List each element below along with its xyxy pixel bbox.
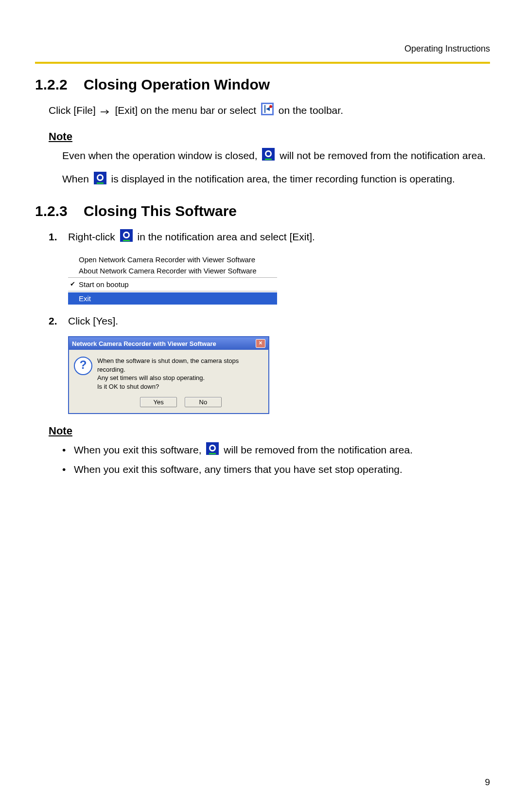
section-123-heading: 1.2.3Closing This Software xyxy=(35,203,490,219)
bullet-1: • When you exit this software, will be r… xyxy=(62,442,490,459)
section-122-heading: 1.2.2Closing Operation Window xyxy=(35,76,490,93)
confirm-dialog-figure: Network Camera Recorder with Viewer Soft… xyxy=(68,336,490,414)
step-2-num: 2. xyxy=(49,313,68,329)
bullet-icon: • xyxy=(62,462,74,477)
ctx-item-exit[interactable]: Exit xyxy=(68,292,277,305)
sect122-note2: When is displayed in the notification ar… xyxy=(62,171,490,188)
page-number: 9 xyxy=(485,777,490,788)
header-label: Operating Instructions xyxy=(35,44,490,54)
ctx-item-open[interactable]: Open Network Camera Recorder with Viewer… xyxy=(68,254,277,265)
sect122-instruction: Click [File] [Exit] on the menu bar or s… xyxy=(49,103,490,120)
close-icon[interactable]: × xyxy=(256,339,265,348)
svg-point-4 xyxy=(269,105,272,108)
bullet-icon: • xyxy=(62,442,74,459)
ctx-separator xyxy=(68,277,277,278)
step-1: 1. Right-click in the notification area … xyxy=(35,229,490,246)
section-123-num: 1.2.3 xyxy=(35,203,84,219)
step-1-num: 1. xyxy=(49,229,68,246)
tray-camera-icon xyxy=(94,172,106,189)
tray-camera-icon xyxy=(206,442,219,459)
svg-rect-3 xyxy=(264,105,265,113)
tray-camera-icon xyxy=(120,229,133,246)
yes-button[interactable]: Yes xyxy=(140,397,177,407)
dialog-title-text: Network Camera Recorder with Viewer Soft… xyxy=(72,340,216,347)
section-123-title: Closing This Software xyxy=(84,203,237,219)
svg-point-11 xyxy=(98,176,102,180)
ctx-separator xyxy=(68,291,277,291)
svg-rect-12 xyxy=(97,182,104,184)
section-122-num: 1.2.2 xyxy=(35,76,84,93)
svg-rect-8 xyxy=(265,159,272,160)
step-2: 2. Click [Yes]. xyxy=(35,313,490,329)
note-heading-122: Note xyxy=(49,130,490,143)
exit-toolbar-icon xyxy=(261,103,274,120)
top-rule xyxy=(35,62,490,64)
tray-camera-icon xyxy=(262,148,275,165)
bullet-2: • When you exit this software, any timer… xyxy=(62,462,490,477)
svg-point-7 xyxy=(266,152,270,156)
dialog-titlebar: Network Camera Recorder with Viewer Soft… xyxy=(69,337,268,350)
sect122-note1: Even when the operation window is closed… xyxy=(62,148,490,165)
section-122-title: Closing Operation Window xyxy=(84,76,270,92)
svg-point-19 xyxy=(210,446,214,450)
context-menu-figure: Open Network Camera Recorder with Viewer… xyxy=(68,254,490,305)
question-icon: ? xyxy=(74,357,92,375)
svg-rect-20 xyxy=(209,453,216,454)
svg-rect-16 xyxy=(123,240,130,241)
no-button[interactable]: No xyxy=(185,397,222,407)
svg-point-15 xyxy=(124,233,128,237)
ctx-item-about[interactable]: About Network Camera Recorder with Viewe… xyxy=(68,265,277,276)
dialog-message: When the software is shut down, the came… xyxy=(97,357,263,391)
note-heading-123: Note xyxy=(49,425,490,437)
ctx-item-start-on-boot[interactable]: Start on bootup xyxy=(68,279,277,290)
arrow-right-icon xyxy=(101,104,110,119)
